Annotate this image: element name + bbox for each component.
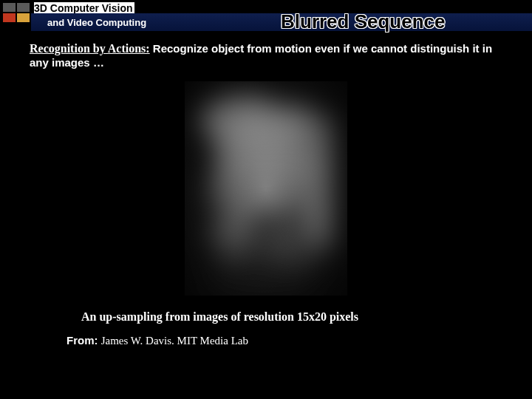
svg-rect-9 bbox=[185, 81, 347, 296]
from-value: James W. Davis. MIT Media Lab bbox=[101, 335, 248, 347]
from-label: From: bbox=[66, 334, 98, 347]
attribution: From: James W. Davis. MIT Media Lab bbox=[66, 334, 248, 347]
logo-square-br bbox=[17, 13, 30, 22]
course-subtitle: and Video Computing bbox=[31, 17, 146, 28]
slide: 3D Computer Vision and Video Computing B… bbox=[0, 0, 532, 399]
logo-square-tr bbox=[17, 3, 30, 12]
body-lead: Recognition by Actions: bbox=[30, 42, 150, 55]
slide-title: Blurred Sequence bbox=[281, 10, 446, 33]
logo-square-bl bbox=[3, 13, 16, 22]
logo-square-tl bbox=[3, 3, 16, 12]
image-caption: An up-sampling from images of resolution… bbox=[81, 310, 358, 324]
body-text: Recognition by Actions: Recognize object… bbox=[30, 41, 502, 70]
logo-icon bbox=[3, 3, 30, 22]
course-title: 3D Computer Vision bbox=[34, 2, 134, 14]
blurred-image bbox=[185, 81, 347, 296]
